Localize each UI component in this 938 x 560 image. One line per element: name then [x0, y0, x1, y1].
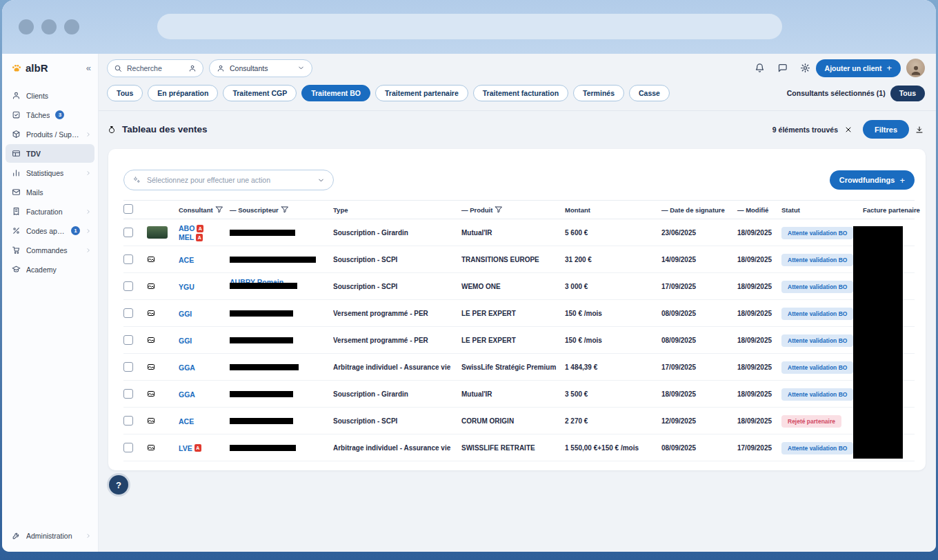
window-control-dot[interactable]: [19, 19, 34, 34]
window-control-dot[interactable]: [41, 19, 57, 34]
table-body: ABOAMELASouscription - GirardinMutual'IR…: [123, 219, 915, 461]
sidebar-item-produits-supports[interactable]: Produits / Supports: [6, 125, 94, 143]
consultant-code-link[interactable]: GGI: [179, 310, 192, 318]
select-all-checkbox[interactable]: [123, 204, 133, 214]
row-checkbox[interactable]: [123, 389, 133, 399]
column-header-statut[interactable]: Statut: [781, 206, 863, 214]
filter-funnel-icon[interactable]: [215, 206, 223, 214]
image-placeholder-icon: [147, 336, 155, 344]
sidebar-item-facturation[interactable]: Facturation: [6, 202, 94, 221]
status-tab-traitement-cgp[interactable]: Traitement CGP: [223, 85, 297, 101]
produit-cell: LE PER EXPERT: [461, 310, 565, 317]
window-control-dot[interactable]: [64, 19, 79, 34]
produit-cell: LE PER EXPERT: [461, 337, 565, 344]
status-tab-traitement-facturation[interactable]: Traitement facturation: [473, 85, 568, 101]
consultant-code-link[interactable]: GGI: [179, 337, 192, 345]
bell-icon[interactable]: [755, 63, 765, 73]
consultant-code-link[interactable]: LVE: [179, 444, 192, 452]
consultant-code-link[interactable]: MEL: [179, 233, 194, 241]
page-title: Tableau des ventes: [122, 124, 208, 134]
address-bar[interactable]: [157, 14, 782, 39]
sidebar-item-clients[interactable]: Clients: [6, 86, 94, 105]
column-header-type[interactable]: Type: [333, 206, 461, 214]
close-icon[interactable]: [844, 126, 852, 134]
table-row[interactable]: GGAArbitrage individuel - Assurance vieS…: [123, 354, 915, 381]
status-tab-termin-s[interactable]: Terminés: [573, 85, 624, 101]
sidebar-item-statistiques[interactable]: Statistiques: [6, 163, 94, 182]
browser-window: albR « ClientsTâches3Produits / Supports…: [2, 0, 936, 552]
sidebar-item-label: Academy: [26, 266, 57, 274]
row-checkbox[interactable]: [123, 443, 133, 452]
column-header-facture-partenaire[interactable]: Facture partenaire: [863, 206, 915, 214]
column-header-modifie[interactable]: — Modifié: [737, 206, 781, 214]
chat-icon[interactable]: [777, 63, 788, 73]
add-client-button[interactable]: Ajouter un client +: [816, 59, 901, 77]
row-checkbox[interactable]: [123, 335, 133, 345]
cart-icon: [12, 246, 21, 254]
modified-date-cell: 18/09/2025: [737, 337, 781, 344]
pdf-icon[interactable]: A: [194, 444, 201, 452]
row-checkbox[interactable]: [123, 308, 133, 318]
chevron-right-icon: [86, 248, 91, 253]
column-header-montant[interactable]: Montant: [565, 206, 661, 214]
all-consultants-button[interactable]: Tous: [890, 86, 925, 101]
consultant-filter-select[interactable]: Consultants: [209, 59, 312, 77]
row-checkbox[interactable]: [123, 281, 133, 291]
user-avatar[interactable]: [906, 59, 925, 77]
row-checkbox[interactable]: [123, 254, 133, 264]
column-header-date-signature[interactable]: — Date de signature: [661, 206, 737, 214]
status-tab-traitement-bo[interactable]: Traitement BO: [301, 85, 370, 101]
sidebar-item-codes-apporte[interactable]: Codes apporte...1: [6, 221, 94, 240]
row-checkbox[interactable]: [123, 362, 133, 372]
consultant-code-link[interactable]: ACE: [179, 417, 194, 426]
consultant-code-link[interactable]: ABO: [179, 224, 194, 232]
app-logo[interactable]: albR: [26, 62, 48, 74]
status-tab-tous[interactable]: Tous: [107, 85, 143, 101]
pdf-icon[interactable]: A: [196, 234, 203, 241]
user-icon: [217, 64, 225, 72]
column-header-produit[interactable]: — Produit: [461, 206, 565, 214]
sidebar-collapse-icon[interactable]: «: [86, 63, 91, 73]
filters-button[interactable]: Filtres: [863, 120, 909, 139]
table-row[interactable]: ABOAMELASouscription - GirardinMutual'IR…: [123, 219, 915, 246]
table-row[interactable]: LVEAArbitrage individuel - Assurance vie…: [123, 434, 915, 461]
status-tab-en-pr-paration[interactable]: En préparation: [148, 85, 218, 101]
consultant-code-link[interactable]: ACE: [179, 256, 194, 264]
table-row[interactable]: GGIVersement programmé - PERLE PER EXPER…: [123, 300, 915, 327]
gear-icon[interactable]: [800, 63, 810, 73]
filter-funnel-icon[interactable]: [281, 206, 289, 214]
type-cell: Souscription - Girardin: [333, 390, 461, 398]
column-header-souscripteur[interactable]: — Souscripteur: [230, 206, 333, 214]
sidebar-item-administration[interactable]: Administration: [6, 526, 94, 545]
status-tab-traitement-partenaire[interactable]: Traitement partenaire: [375, 85, 468, 101]
consultant-code-link[interactable]: GGA: [179, 363, 195, 372]
row-checkbox[interactable]: [123, 228, 133, 237]
bulk-action-select[interactable]: Sélectionnez pour effectuer une action: [123, 170, 334, 190]
search-box[interactable]: [107, 59, 203, 77]
sidebar-item-academy[interactable]: Academy: [6, 260, 94, 279]
column-header-consultant[interactable]: Consultant: [179, 206, 230, 214]
pdf-icon[interactable]: A: [197, 225, 203, 232]
download-icon[interactable]: [915, 126, 924, 134]
montant-cell: 3 500 €: [565, 390, 661, 398]
sidebar-item-tdv[interactable]: TDV: [6, 144, 94, 163]
help-button[interactable]: ?: [109, 475, 128, 494]
row-checkbox[interactable]: [123, 416, 133, 426]
sidebar-item-commandes[interactable]: Commandes: [6, 241, 94, 259]
consultant-code-link[interactable]: YGU: [179, 283, 194, 291]
table-row[interactable]: YGUAUBRY RomainSouscription - SCPIWEMO O…: [123, 273, 915, 300]
search-input[interactable]: [127, 64, 183, 72]
sidebar-item-t-ches[interactable]: Tâches3: [6, 106, 94, 124]
table-row[interactable]: GGASouscription - GirardinMutual'IR3 500…: [123, 381, 915, 408]
table-row[interactable]: GGIVersement programmé - PERLE PER EXPER…: [123, 327, 915, 354]
status-tab-casse[interactable]: Casse: [629, 85, 670, 101]
window-controls[interactable]: [19, 19, 79, 34]
sidebar-item-mails[interactable]: Mails: [6, 183, 94, 201]
crowdfundings-button[interactable]: Crowdfundings +: [830, 170, 915, 190]
filter-funnel-icon[interactable]: [495, 206, 503, 214]
paw-logo-icon: [11, 63, 22, 74]
table-row[interactable]: ACESouscription - SCPICORUM ORIGIN2 270 …: [123, 408, 915, 434]
row-photo-thumbnail[interactable]: [147, 226, 168, 239]
consultant-code-link[interactable]: GGA: [179, 390, 195, 399]
table-row[interactable]: ACESouscription - SCPITRANSITIONS EUROPE…: [123, 246, 915, 273]
